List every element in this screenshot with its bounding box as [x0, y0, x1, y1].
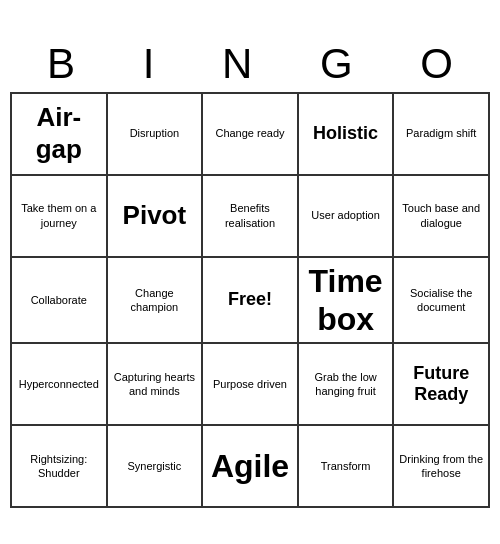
cell-text-18: Grab the low hanging fruit: [303, 370, 389, 399]
bingo-cell-6: Pivot: [108, 176, 204, 258]
cell-text-8: User adoption: [311, 208, 380, 222]
bingo-cell-13: Time box: [299, 258, 395, 345]
bingo-cell-19: Future Ready: [394, 344, 490, 426]
bingo-grid: Air-gapDisruptionChange readyHolisticPar…: [10, 92, 490, 509]
cell-text-5: Take them on a journey: [16, 201, 102, 230]
bingo-cell-8: User adoption: [299, 176, 395, 258]
bingo-cell-20: Rightsizing: Shudder: [12, 426, 108, 508]
bingo-cell-16: Capturing hearts and minds: [108, 344, 204, 426]
cell-text-15: Hyperconnected: [19, 377, 99, 391]
cell-text-16: Capturing hearts and minds: [112, 370, 198, 399]
cell-text-7: Benefits realisation: [207, 201, 293, 230]
cell-text-2: Change ready: [215, 126, 284, 140]
cell-text-22: Agile: [211, 447, 289, 485]
bingo-cell-14: Socialise the document: [394, 258, 490, 345]
cell-text-14: Socialise the document: [398, 286, 484, 315]
cell-text-19: Future Ready: [398, 363, 484, 406]
cell-text-4: Paradigm shift: [406, 126, 476, 140]
cell-text-21: Synergistic: [127, 459, 181, 473]
bingo-cell-10: Collaborate: [12, 258, 108, 345]
cell-text-20: Rightsizing: Shudder: [16, 452, 102, 481]
cell-text-0: Air-gap: [16, 102, 102, 164]
bingo-cell-9: Touch base and dialogue: [394, 176, 490, 258]
cell-text-10: Collaborate: [31, 293, 87, 307]
bingo-cell-12: Free!: [203, 258, 299, 345]
cell-text-23: Transform: [321, 459, 371, 473]
cell-text-1: Disruption: [130, 126, 180, 140]
cell-text-12: Free!: [228, 289, 272, 311]
bingo-cell-21: Synergistic: [108, 426, 204, 508]
bingo-title: B I N G O: [10, 36, 490, 92]
bingo-card: B I N G O Air-gapDisruptionChange readyH…: [10, 36, 490, 509]
bingo-cell-17: Purpose driven: [203, 344, 299, 426]
bingo-cell-11: Change champion: [108, 258, 204, 345]
cell-text-11: Change champion: [112, 286, 198, 315]
bingo-cell-18: Grab the low hanging fruit: [299, 344, 395, 426]
cell-text-17: Purpose driven: [213, 377, 287, 391]
bingo-cell-7: Benefits realisation: [203, 176, 299, 258]
bingo-cell-5: Take them on a journey: [12, 176, 108, 258]
bingo-cell-3: Holistic: [299, 94, 395, 176]
cell-text-13: Time box: [303, 262, 389, 339]
bingo-cell-24: Drinking from the firehose: [394, 426, 490, 508]
bingo-cell-22: Agile: [203, 426, 299, 508]
bingo-cell-23: Transform: [299, 426, 395, 508]
bingo-cell-0: Air-gap: [12, 94, 108, 176]
cell-text-3: Holistic: [313, 123, 378, 145]
cell-text-9: Touch base and dialogue: [398, 201, 484, 230]
bingo-cell-1: Disruption: [108, 94, 204, 176]
bingo-cell-4: Paradigm shift: [394, 94, 490, 176]
cell-text-6: Pivot: [123, 200, 187, 231]
cell-text-24: Drinking from the firehose: [398, 452, 484, 481]
bingo-cell-2: Change ready: [203, 94, 299, 176]
bingo-cell-15: Hyperconnected: [12, 344, 108, 426]
